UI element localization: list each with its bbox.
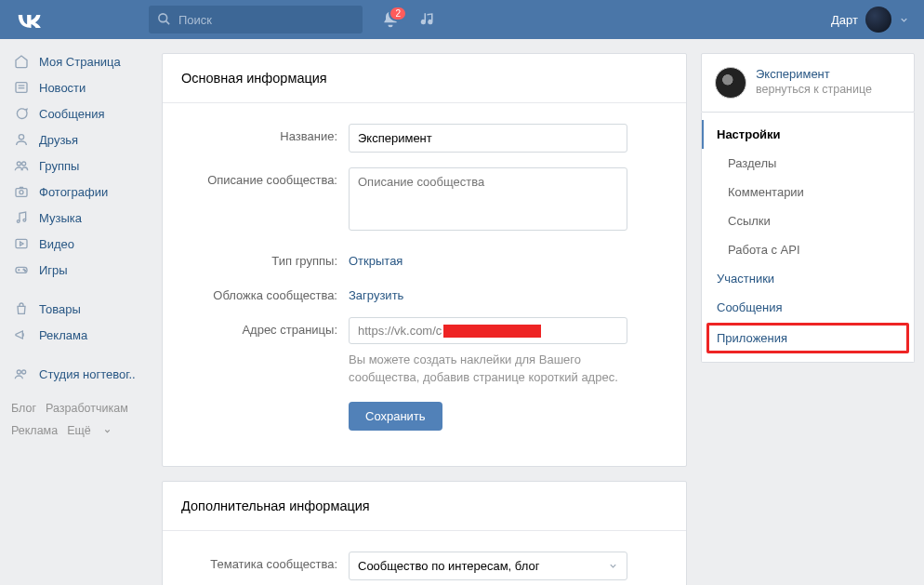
nav-my-page[interactable]: Моя Страница <box>6 48 152 74</box>
user-name-label: Дарт <box>831 13 858 27</box>
nav-studio[interactable]: Студия ногтевог.. <box>6 361 152 387</box>
svg-point-6 <box>17 162 20 166</box>
panel-title: Основная информация <box>163 54 686 103</box>
nav-label: Музыка <box>39 211 82 225</box>
svg-point-7 <box>22 162 26 166</box>
svg-point-20 <box>22 370 26 374</box>
messages-icon <box>11 106 32 121</box>
nav-label: Видео <box>39 237 74 251</box>
community-avatar <box>715 67 746 99</box>
top-header: 2 Дарт <box>0 0 924 39</box>
main-info-panel: Основная информация Название: Описание с… <box>162 53 687 467</box>
search-box <box>149 6 363 33</box>
name-input[interactable] <box>349 124 627 153</box>
menu-api[interactable]: Работа с API <box>702 235 914 264</box>
svg-point-18 <box>24 270 25 271</box>
note-icon <box>11 210 32 225</box>
nav-groups[interactable]: Группы <box>6 153 152 179</box>
footer-devs[interactable]: Разработчикам <box>46 402 128 415</box>
cover-label: Обложка сообщества: <box>181 283 349 302</box>
home-icon <box>11 54 32 69</box>
camera-icon <box>11 184 32 199</box>
vk-logo[interactable] <box>9 11 149 28</box>
nav-label: Фотографии <box>39 185 108 199</box>
theme-select[interactable]: Сообщество по интересам, блог <box>349 552 627 580</box>
groups-icon <box>11 158 32 173</box>
menu-messages[interactable]: Сообщения <box>702 293 914 322</box>
svg-point-5 <box>19 135 23 140</box>
theme-label: Тематика сообщества: <box>181 552 349 571</box>
video-icon <box>11 236 32 251</box>
nav-label: Моя Страница <box>39 55 121 69</box>
left-nav: Моя Страница Новости Сообщения Друзья Гр… <box>0 39 152 585</box>
chevron-down-icon <box>899 15 909 25</box>
user-avatar <box>865 7 891 33</box>
group-type-link[interactable]: Открытая <box>349 248 403 268</box>
menu-members[interactable]: Участники <box>702 264 914 293</box>
nav-label: Игры <box>39 263 68 277</box>
nav-label: Группы <box>39 159 79 173</box>
group-icon <box>11 366 32 381</box>
svg-point-19 <box>17 370 20 374</box>
desc-label: Описание сообщества: <box>181 167 349 187</box>
notifications-icon[interactable]: 2 <box>381 10 400 29</box>
search-icon <box>157 12 171 26</box>
search-input[interactable] <box>149 6 363 33</box>
footer-more[interactable]: Ещё <box>67 424 112 437</box>
redacted-address <box>443 325 541 338</box>
back-to-page-link[interactable]: вернуться к странице <box>756 83 872 96</box>
nav-label: Студия ногтевог.. <box>39 367 136 381</box>
nav-label: Друзья <box>39 133 78 147</box>
user-menu[interactable]: Дарт <box>831 7 915 33</box>
bag-icon <box>11 301 32 316</box>
svg-point-11 <box>23 219 26 221</box>
svg-point-9 <box>20 191 23 194</box>
nav-label: Сообщения <box>39 107 105 121</box>
menu-comments[interactable]: Комментарии <box>702 178 914 206</box>
footer-blog[interactable]: Блог <box>11 402 36 415</box>
nav-friends[interactable]: Друзья <box>6 126 152 153</box>
description-input[interactable] <box>349 167 627 231</box>
extra-info-panel: Дополнительная информация Тематика сообщ… <box>162 481 687 585</box>
upload-cover-link[interactable]: Загрузить <box>349 283 403 302</box>
settings-menu: Настройки Разделы Комментарии Ссылки Раб… <box>701 113 915 363</box>
chevron-down-icon <box>608 561 618 571</box>
gamepad-icon <box>11 262 32 277</box>
nav-label: Товары <box>39 302 81 316</box>
svg-rect-12 <box>16 239 27 247</box>
nav-ads[interactable]: Реклама <box>6 322 152 348</box>
footer-ads[interactable]: Реклама <box>11 424 58 437</box>
nav-news[interactable]: Новости <box>6 74 152 100</box>
music-icon[interactable] <box>420 11 437 28</box>
svg-point-17 <box>23 269 24 270</box>
address-input[interactable]: https://vk.com/c <box>349 317 627 344</box>
svg-line-1 <box>165 20 169 24</box>
community-header[interactable]: Эксперимент вернуться к странице <box>701 53 915 113</box>
svg-point-0 <box>159 14 167 22</box>
nav-label: Реклама <box>39 328 87 342</box>
address-label: Адрес страницы: <box>181 317 349 337</box>
type-label: Тип группы: <box>181 248 349 268</box>
save-button[interactable]: Сохранить <box>349 402 442 431</box>
nav-video[interactable]: Видео <box>6 231 152 257</box>
nav-label: Новости <box>39 81 86 95</box>
nav-music[interactable]: Музыка <box>6 205 152 231</box>
nav-photos[interactable]: Фотографии <box>6 179 152 205</box>
menu-sections[interactable]: Разделы <box>702 149 914 178</box>
menu-apps-highlighted[interactable]: Приложения <box>707 324 908 352</box>
svg-rect-8 <box>16 189 27 197</box>
address-prefix: https://vk.com/c <box>358 324 442 338</box>
menu-settings[interactable]: Настройки <box>702 120 914 149</box>
megaphone-icon <box>11 327 32 342</box>
svg-point-10 <box>17 220 20 223</box>
community-name: Эксперимент <box>756 67 872 81</box>
panel-title: Дополнительная информация <box>163 482 686 531</box>
news-icon <box>11 80 32 95</box>
nav-messages[interactable]: Сообщения <box>6 100 152 126</box>
menu-links[interactable]: Ссылки <box>702 206 914 235</box>
footer-links: БлогРазработчикам РекламаЕщё <box>6 387 152 454</box>
name-label: Название: <box>181 124 349 143</box>
nav-market[interactable]: Товары <box>6 296 152 322</box>
nav-games[interactable]: Игры <box>6 257 152 283</box>
friends-icon <box>11 132 32 147</box>
